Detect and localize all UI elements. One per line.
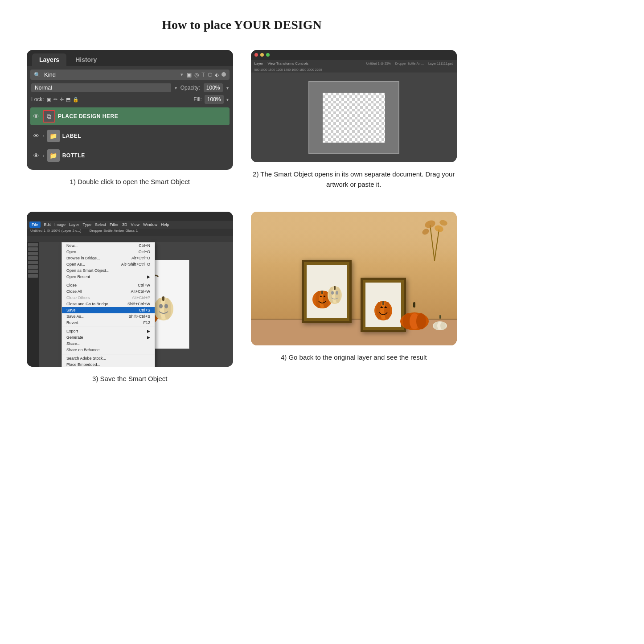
fill-value[interactable]: 100% (205, 95, 224, 104)
menu-item-open[interactable]: Open... Ctrl+O (62, 249, 155, 255)
step-1: Layers History 🔍 Kind ▾ ▣ ◎ T ⬡ ⬖ (27, 50, 233, 189)
visibility-icon-2[interactable]: 👁 (32, 133, 40, 139)
maximize-dot[interactable] (266, 53, 270, 57)
tool-icon[interactable] (28, 274, 38, 278)
menu-item-share[interactable]: Share... (62, 340, 155, 347)
filter-kind[interactable]: Kind (44, 71, 177, 78)
item-label: Save (66, 308, 76, 312)
lock-move-icon[interactable]: ✛ (60, 97, 64, 103)
item-shortcut: ▶ (147, 329, 150, 333)
menu-window[interactable]: Window (143, 222, 157, 227)
type-filter-icon[interactable]: T (201, 72, 205, 78)
menu-image[interactable]: Image (54, 222, 66, 227)
menu-item-open-as[interactable]: Open As... Alt+Shift+Ctrl+O (62, 261, 155, 267)
menu-item-open-smart[interactable]: Open as Smart Object... (62, 267, 155, 274)
ps-canvas (309, 82, 398, 153)
circle-filter-icon[interactable] (222, 72, 226, 77)
ps-menu-bar: Layer View Transforms Controls Untitled-… (251, 60, 457, 67)
blending-row: Normal ▾ Opacity: 100% ▾ (30, 83, 230, 92)
tab-layers[interactable]: Layers (32, 53, 66, 66)
menu-item-close[interactable]: Close Ctrl+W (62, 282, 155, 288)
tool-icon[interactable] (28, 265, 38, 269)
filter-icons: ▣ ◎ T ⬡ ⬖ (187, 72, 226, 78)
tool-icon[interactable] (28, 261, 38, 264)
visibility-icon-3[interactable]: 👁 (32, 152, 40, 159)
menu-item-save[interactable]: Save Ctrl+S (62, 307, 155, 313)
step-2-caption: 2) The Smart Object opens in its own sep… (251, 169, 457, 189)
menu-item[interactable]: Layer (254, 62, 263, 66)
lock-transform-icon[interactable]: ⬒ (66, 97, 70, 103)
lock-brush-icon[interactable]: ✏ (53, 97, 57, 103)
layer-label[interactable]: 👁 › 📁 LABEL (30, 127, 230, 145)
menu-select[interactable]: Select (95, 222, 106, 227)
item-label: Close (66, 283, 77, 287)
menu-item[interactable]: Layer 111111.psd (428, 62, 453, 65)
lock-icons: ▣ ✏ ✛ ⬒ 🔒 (47, 97, 79, 103)
blending-mode[interactable]: Normal (31, 83, 171, 92)
tool-icon[interactable] (28, 270, 38, 273)
menu-item-export[interactable]: Export ▶ (62, 328, 155, 334)
steps-grid: Layers History 🔍 Kind ▾ ▣ ◎ T ⬡ ⬖ (27, 50, 457, 384)
tool-icon[interactable] (28, 243, 38, 246)
lock-all-icon[interactable]: 🔒 (73, 97, 79, 103)
menu-item-revert[interactable]: Revert F12 (62, 320, 155, 326)
menu-type[interactable]: Type (83, 222, 92, 227)
item-label: Place Embedded... (66, 362, 100, 367)
item-shortcut: Ctrl+O (139, 250, 150, 254)
visibility-icon-1[interactable]: 👁 (32, 113, 40, 119)
item-label: Close All (66, 289, 82, 294)
svg-point-14 (164, 304, 168, 308)
menu-item-close-all[interactable]: Close All Alt+Ctrl+W (62, 288, 155, 295)
menu-item-browse[interactable]: Browse in Bridge... Alt+Ctrl+O (62, 255, 155, 261)
svg-point-27 (335, 287, 340, 303)
adjust-filter-icon[interactable]: ◎ (194, 72, 199, 78)
menu-item[interactable]: Untitled-1 @ 25% (366, 62, 391, 65)
layer-thumb-folder-2: 📁 (47, 130, 60, 142)
item-label: Browse in Bridge... (66, 256, 100, 260)
tab-history[interactable]: History (68, 53, 104, 66)
frame-inner-1 (307, 265, 347, 318)
lock-pixel-icon[interactable]: ▣ (47, 97, 51, 103)
menu-3d[interactable]: 3D (122, 222, 127, 227)
item-label: Share on Behance... (66, 348, 103, 352)
menu-edit[interactable]: Edit (44, 222, 51, 227)
svg-point-52 (434, 224, 444, 233)
item-label: Close Others (66, 295, 90, 300)
tool-icon[interactable] (28, 252, 38, 255)
shape-filter-icon[interactable]: ⬡ (208, 72, 212, 78)
ps-win3-tabs: Untitled-1 @ 100% (Layer 2 c...) Dropper… (27, 229, 233, 236)
smart-filter-icon[interactable]: ⬖ (215, 72, 219, 78)
svg-point-43 (416, 313, 426, 329)
item-label: Open... (66, 250, 80, 254)
menu-item-close-go[interactable]: Close and Go to Bridge... Shift+Ctrl+W (62, 301, 155, 307)
menu-layer[interactable]: Layer (69, 222, 79, 227)
frame-border-1 (302, 260, 352, 323)
item-label: Save As... (66, 314, 85, 319)
layer-bottle[interactable]: 👁 › 📁 BOTTLE (30, 147, 230, 164)
menu-help[interactable]: Help (161, 222, 169, 227)
menu-item[interactable]: Dropper-Bottle-Am... (395, 62, 424, 65)
pixel-filter-icon[interactable]: ▣ (187, 72, 192, 78)
menu-view[interactable]: View (131, 222, 139, 227)
menu-filter[interactable]: Filter (110, 222, 119, 227)
minimize-dot[interactable] (260, 53, 264, 57)
menu-item-new[interactable]: New... Ctrl+N (62, 242, 155, 249)
opacity-value[interactable]: 100% (204, 83, 223, 92)
menu-item-recent[interactable]: Open Recent ▶ (62, 274, 155, 280)
tool-icon[interactable] (28, 256, 38, 260)
tool-icon[interactable] (28, 247, 38, 251)
menu-item-close-others[interactable]: Close Others Alt+Ctrl+P (62, 295, 155, 301)
menu-item-adobe-stock[interactable]: Search Adobe Stock... (62, 355, 155, 361)
menu-item-share-behance[interactable]: Share on Behance... (62, 347, 155, 353)
menu-file[interactable]: File (29, 222, 41, 228)
blending-chevron: ▾ (175, 86, 177, 90)
item-shortcut: Ctrl+N (139, 243, 150, 248)
menu-item-place-embedded[interactable]: Place Embedded... (62, 361, 155, 367)
menu-item-save-as[interactable]: Save As... Shift+Ctrl+S (62, 313, 155, 320)
close-dot[interactable] (254, 53, 258, 57)
menu-item[interactable]: View Transforms Controls (268, 62, 308, 66)
item-shortcut: ▶ (147, 275, 150, 279)
item-label: Export (66, 329, 78, 333)
layer-place-design[interactable]: 👁 ⧉ PLACE DESIGN HERE (30, 107, 230, 125)
menu-item-generate[interactable]: Generate ▶ (62, 334, 155, 340)
